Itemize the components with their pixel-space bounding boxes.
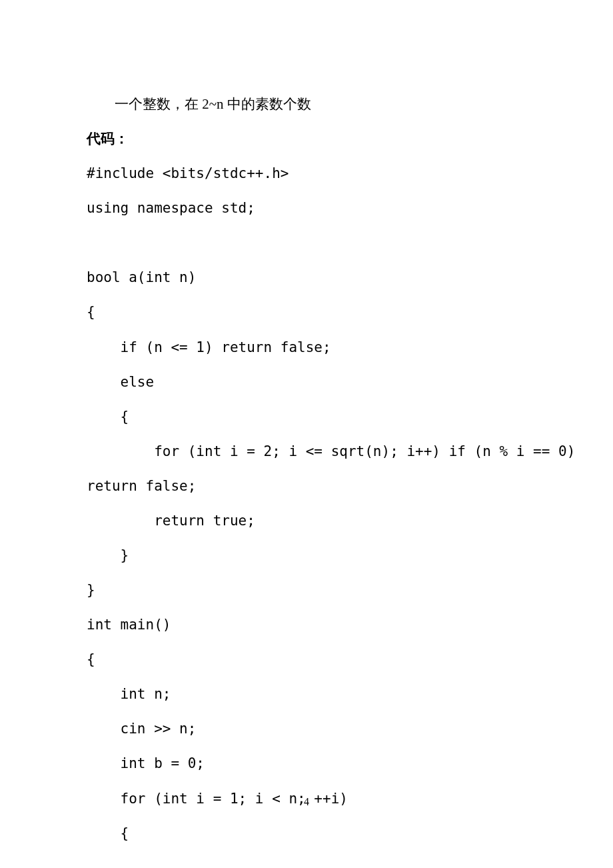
code-blank-line [87, 225, 526, 260]
code-function-signature: bool a(int n) [87, 260, 526, 295]
code-function-close-brace: } [87, 573, 526, 607]
code-cin-n: cin >> n; [87, 711, 526, 746]
code-return-true: return true; [87, 503, 526, 538]
output-description: 一个整数，在 2~n 中的素数个数 [87, 87, 526, 121]
code-else: else [87, 365, 526, 399]
code-main-open-brace: { [87, 642, 526, 677]
code-include: #include <bits/stdc++.h> [87, 156, 526, 191]
code-for-loop-part2: return false; [87, 469, 526, 503]
document-page: 一个整数，在 2~n 中的素数个数 代码： #include <bits/std… [0, 0, 613, 851]
code-heading: 代码： [87, 121, 526, 156]
code-else-close-brace: } [87, 538, 526, 573]
code-int-n: int n; [87, 677, 526, 711]
code-main-signature: int main() [87, 607, 526, 642]
page-number: 4 [0, 796, 613, 808]
code-using-namespace: using namespace std; [87, 191, 526, 225]
code-open-brace: { [87, 295, 526, 329]
code-for-open-brace: { [87, 816, 526, 851]
code-int-b: int b = 0; [87, 746, 526, 781]
code-else-open-brace: { [87, 399, 526, 434]
code-if-check: if (n <= 1) return false; [87, 330, 526, 365]
code-for-loop-part1: for (int i = 2; i <= sqrt(n); i++) if (n… [87, 434, 526, 469]
